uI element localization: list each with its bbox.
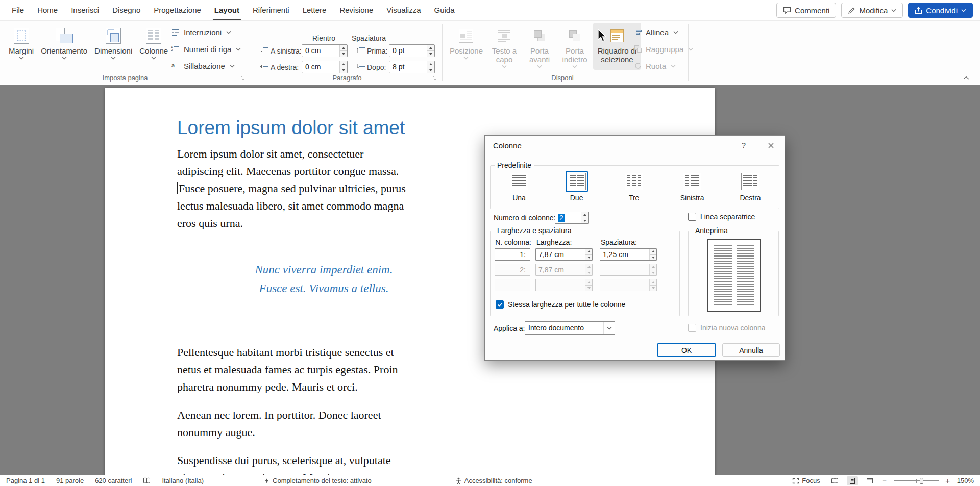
hyphenation-button[interactable]: a- Sillabazione <box>169 60 243 72</box>
spin-up-icon[interactable] <box>650 249 656 254</box>
preset-sinistra[interactable]: Sinistra <box>680 171 704 202</box>
preset-destra[interactable]: Destra <box>739 171 762 202</box>
preset-destra-label: Destra <box>740 194 761 202</box>
text-prediction-status[interactable]: Completamento del testo: attivato <box>264 477 372 484</box>
document-line[interactable]: vitae, pretium mattis, nunc. Mauris eget… <box>177 469 471 475</box>
number-of-columns-field[interactable]: 2 <box>555 212 589 224</box>
spin-down-icon[interactable] <box>340 50 347 57</box>
align-button[interactable]: Allinea <box>632 26 695 38</box>
spin-up-icon[interactable] <box>427 61 434 67</box>
chevron-down-icon <box>62 56 67 60</box>
document-line[interactable]: nonummy augue. <box>177 424 471 441</box>
spin-down-icon[interactable] <box>581 218 588 224</box>
document-line[interactable]: Lorem ipsum dolor sit amet, consectetuer <box>177 145 471 163</box>
spacing-before-field[interactable]: 0 pt <box>389 44 435 57</box>
paragraph: Suspendisse dui purus, scelerisque at, v… <box>177 452 471 475</box>
column-1-width-field[interactable]: 7,87 cm <box>535 248 593 261</box>
tab-revisione[interactable]: Revisione <box>333 0 380 20</box>
tab-layout[interactable]: Layout <box>208 0 246 20</box>
zoom-slider[interactable] <box>894 480 939 481</box>
text-prediction-label: Completamento del testo: attivato <box>273 477 372 484</box>
zoom-out-button[interactable]: − <box>881 476 888 485</box>
spacing-after-field[interactable]: 8 pt <box>389 61 435 73</box>
char-count-status[interactable]: 620 caratteri <box>95 477 132 484</box>
proofing-status[interactable] <box>143 477 151 484</box>
editing-mode-button[interactable]: Modifica <box>841 3 903 18</box>
tab-guida[interactable]: Guida <box>428 0 461 20</box>
tab-disegno[interactable]: Disegno <box>106 0 147 20</box>
share-button[interactable]: Condividi <box>908 3 973 18</box>
zoom-slider-thumb[interactable] <box>920 478 923 484</box>
quote-block[interactable]: Nunc viverra imperdiet enim. Fusce est. … <box>235 248 412 310</box>
document-line[interactable]: lectus malesuada libero, sit amet commod… <box>177 197 471 215</box>
read-mode-button[interactable] <box>829 476 841 485</box>
line-between-checkbox[interactable]: Linea separatrice <box>688 213 755 221</box>
spin-down-icon[interactable] <box>427 67 434 73</box>
page-number-status[interactable]: Pagina 1 di 1 <box>6 477 45 484</box>
spin-down-icon[interactable] <box>650 254 656 261</box>
spin-up-icon[interactable] <box>585 249 592 254</box>
focus-mode-button[interactable]: Focus <box>792 477 820 484</box>
checkbox-unchecked-icon <box>688 213 696 221</box>
spin-up-icon[interactable] <box>427 45 434 50</box>
cancel-button[interactable]: Annulla <box>722 343 780 357</box>
ok-button[interactable]: OK <box>657 343 716 357</box>
focus-label: Focus <box>802 477 820 484</box>
spin-up-icon <box>585 279 592 285</box>
checkbox-checked-icon <box>496 300 504 309</box>
size-button[interactable]: Dimensioni <box>91 23 136 61</box>
paragraph-dialog-launcher[interactable] <box>431 73 438 81</box>
indent-left-field[interactable]: 0 cm <box>302 44 348 57</box>
comments-button[interactable]: Commenti <box>776 3 836 18</box>
breaks-button[interactable]: Interruzioni <box>169 26 243 38</box>
presets-groupbox: Predefinite Una Due Tre Sinistra <box>490 165 779 209</box>
document-line[interactable]: eros quis urna. <box>177 215 471 232</box>
spin-up-icon[interactable] <box>581 212 588 218</box>
close-button[interactable] <box>765 140 777 151</box>
line-numbers-button[interactable]: 12 Numeri di riga <box>169 43 243 55</box>
column-3-width-value <box>536 279 585 291</box>
orientation-button[interactable]: Orientamento <box>37 23 91 61</box>
preset-due[interactable]: Due <box>566 171 588 202</box>
web-layout-button[interactable] <box>864 476 875 485</box>
document-line[interactable]: Aenean nec lorem. In porttitor. Donec la… <box>177 406 471 424</box>
preset-una[interactable]: Una <box>508 171 530 202</box>
tab-inserisci[interactable]: Inserisci <box>64 0 106 20</box>
print-layout-button[interactable] <box>847 476 858 485</box>
tab-file[interactable]: File <box>5 0 31 20</box>
document-line[interactable]: pharetra nonummy pede. Mauris et orci. <box>177 378 471 396</box>
margins-button[interactable]: Margini <box>5 23 37 61</box>
tab-riferimenti[interactable]: Riferimenti <box>246 0 296 20</box>
document-line[interactable]: netus et malesuada fames ac turpis egest… <box>177 361 471 378</box>
start-new-column-label: Inizia nuova colonna <box>700 324 766 332</box>
tab-home[interactable]: Home <box>31 0 64 20</box>
document-heading[interactable]: Lorem ipsum dolor sit amet <box>177 117 471 139</box>
zoom-level[interactable]: 150% <box>957 477 974 484</box>
accessibility-status[interactable]: Accessibilità: conforme <box>455 477 532 484</box>
column-1-spacing-field[interactable]: 1,25 cm <box>600 248 657 261</box>
preset-tre[interactable]: Tre <box>623 171 645 202</box>
help-button[interactable]: ? <box>739 141 748 149</box>
spin-down-icon[interactable] <box>427 50 434 57</box>
word-count-status[interactable]: 91 parole <box>56 477 84 484</box>
spin-up-icon[interactable] <box>340 45 347 50</box>
spin-down-icon <box>650 285 656 291</box>
tab-visualizza[interactable]: Visualizza <box>380 0 427 20</box>
tab-progettazione[interactable]: Progettazione <box>147 0 208 20</box>
equal-column-width-checkbox[interactable]: Stessa larghezza per tutte le colonne <box>496 300 625 309</box>
columns-button[interactable]: Colonne <box>136 23 172 61</box>
collapse-ribbon-button[interactable] <box>961 73 972 82</box>
zoom-in-button[interactable]: + <box>945 476 951 485</box>
language-status[interactable]: Italiano (Italia) <box>162 477 204 484</box>
tab-lettere[interactable]: Lettere <box>296 0 333 20</box>
spin-up-icon[interactable] <box>340 61 347 67</box>
document-line[interactable]: Pellentesque habitant morbi tristique se… <box>177 344 471 361</box>
document-line[interactable]: Fusce posuere, magna sed pulvinar ultric… <box>177 180 471 197</box>
indent-right-field[interactable]: 0 cm <box>302 61 348 73</box>
apply-to-dropdown[interactable]: Intero documento <box>525 321 615 335</box>
spin-down-icon[interactable] <box>340 67 347 73</box>
document-line[interactable]: adipiscing elit. Maecenas porttitor cong… <box>177 163 471 180</box>
page-setup-dialog-launcher[interactable] <box>239 73 246 81</box>
document-line[interactable]: Suspendisse dui purus, scelerisque at, v… <box>177 452 471 469</box>
spin-down-icon[interactable] <box>585 254 592 261</box>
